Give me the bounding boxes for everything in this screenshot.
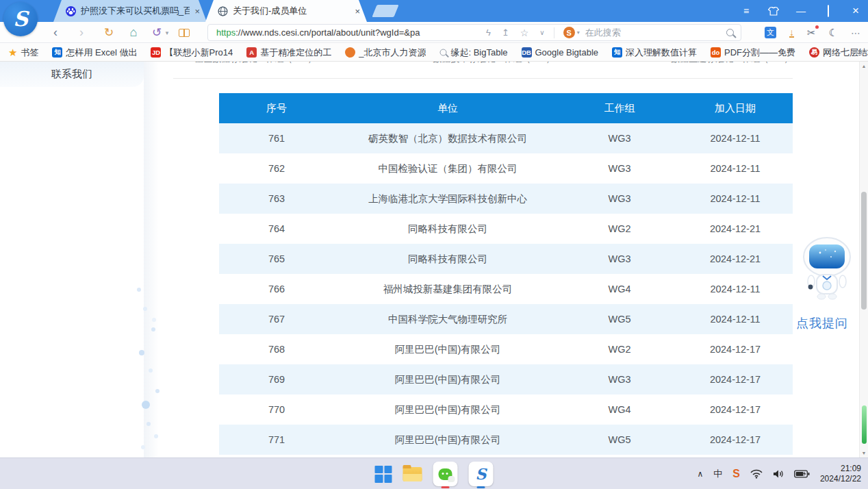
search-icon[interactable] [726,29,734,36]
tray-date: 2024/12/22 [820,474,861,484]
lightning-icon[interactable]: ϟ [486,27,491,38]
workgroup-link[interactable]: WG5数据技术标准化工作组（269） [413,62,554,65]
tab-close-icon[interactable]: × [355,6,360,16]
assistant-robot-mascot[interactable] [800,236,854,305]
sogou-browser-logo[interactable]: S [3,2,38,36]
table-row: 769阿里巴巴(中国)有限公司WG32024-12-17 [219,364,793,394]
unit-name: 砺英数智（北京）数据技术有限公司 [334,123,561,153]
table-row: 768阿里巴巴(中国)有限公司WG22024-12-17 [219,334,793,364]
join-date: 2024-12-11 [678,184,793,214]
tray-time: 21:09 [841,464,861,473]
tray-clock[interactable]: 21:09 2024/12/22 [820,464,861,484]
row-index: 770 [219,394,334,425]
scroll-down-icon[interactable]: ▼ [860,451,868,455]
wechat-button[interactable] [433,458,458,489]
favorite-star-icon[interactable]: ☆ [520,27,529,38]
a-site-icon: A [246,47,257,58]
search-hint[interactable]: 在此搜索 [585,27,621,39]
menu-icon[interactable]: ≡ [741,5,752,16]
sidebar-item-contact-us[interactable]: 联系我们 [0,62,144,87]
unit-name: 福州城投新基建集团有限公司 [334,274,561,304]
page-scrollbar[interactable]: ▲ ▼ [859,62,868,457]
table-row: 763上海临港北京大学国际科技创新中心WG32024-12-11 [219,184,793,214]
new-tab-button[interactable] [372,5,398,17]
unit-name: 阿里巴巴(中国)有限公司 [334,394,561,425]
folder-icon [403,467,422,481]
bookmarks-overflow-icon[interactable]: » [857,46,863,57]
workgroup-link[interactable]: WG6数据主题标准化工作组（247） [651,62,793,65]
jd-icon: JD [151,47,161,58]
url-text[interactable]: https://www.nds.cesi.cn/portal/about/uni… [216,27,475,38]
decorative-dots [137,288,141,292]
wifi-icon[interactable] [750,469,763,479]
bookmark-item[interactable]: A基于精准定位的工 [246,47,331,59]
sogou-search-icon[interactable]: S [563,27,575,38]
file-explorer-button[interactable] [403,458,422,489]
scroll-up-icon[interactable]: ▲ [860,64,868,68]
tray-chevron-up-icon[interactable]: ∧ [697,469,703,479]
minimize-icon[interactable]: — [795,5,806,16]
workgroup: WG3 [561,123,678,153]
battery-charging-icon[interactable] [794,470,810,478]
start-button[interactable] [375,458,392,489]
workgroup: WG3 [561,153,678,184]
content-divider [173,78,793,79]
bookmark-item[interactable]: 知深入理解数值计算 [612,47,697,59]
home-icon[interactable]: ⌂ [125,22,142,43]
unit-name: 阿里巴巴(中国)有限公司 [334,425,561,455]
windows-taskbar: S ∧ 中 S 21:09 2024/12/22 [0,457,868,489]
close-window-icon[interactable]: × [850,4,861,18]
reader-mode-icon[interactable] [175,22,193,43]
bookmark-item[interactable]: 缘起: BigTable [439,47,507,59]
bookmark-item[interactable]: DBGoogle Bigtable [522,47,599,58]
translate-icon[interactable]: 文 [765,27,776,38]
workgroup-link[interactable]: WG4全国数据标准化工作组（309） [175,62,316,65]
col-header-index: 序号 [219,93,334,123]
col-header-join-date: 加入日期 [678,93,793,123]
restore-icon[interactable] [823,5,834,16]
download-icon[interactable]: ↓ [789,28,794,38]
speaker-icon[interactable] [773,469,784,479]
share-icon[interactable]: ↥ [502,27,509,38]
tab-members-active[interactable]: 关于我们-成员单位 × [205,0,367,22]
join-date: 2024-12-17 [678,425,793,455]
unit-name: 同略科技有限公司 [334,214,561,244]
search-engine-caret-icon[interactable]: ▾ [577,29,580,36]
dropdown-chevron-icon[interactable]: ∨ [539,29,544,36]
workgroup: WG5 [561,304,678,334]
sogou-tray-icon[interactable]: S [732,468,740,480]
tab-close-icon[interactable]: × [194,6,200,16]
tab-baidu-flight[interactable]: 护照没下来可以买机票吗_百度 × [53,0,207,22]
scrollbar-thumb[interactable] [861,192,867,310]
ask-me-label[interactable]: 点我提问 [788,315,856,331]
star-icon: ★ [8,47,17,58]
bookmark-item[interactable]: JD【联想小新Pro14 [151,47,233,59]
bird-icon [345,47,355,58]
bookmark-item[interactable]: 知怎样用 Excel 做出 [52,47,137,59]
bookmark-label: _北京市人力资源 [359,47,426,59]
unit-name: 中国科学院大气物理研究所 [334,304,561,334]
bookmark-label: 缘起: BigTable [450,47,507,59]
night-mode-icon[interactable]: ☾ [829,27,838,39]
more-icon[interactable]: ⋯ [851,27,861,38]
join-date: 2024-12-11 [678,123,793,153]
skin-shirt-icon[interactable] [768,7,779,16]
bookmark-label: 【联想小新Pro14 [164,47,233,59]
ime-indicator[interactable]: 中 [713,468,722,480]
sogou-icon: S [476,466,487,481]
join-date: 2024-12-17 [678,394,793,425]
browser-titlebar: 护照没下来可以买机票吗_百度 × 关于我们-成员单位 × ≡ — × [0,0,868,22]
bookmark-item[interactable]: ★书签 [8,47,38,59]
join-date: 2024-12-11 [678,304,793,334]
screenshot-scissors-icon[interactable]: ✂ [807,27,816,39]
back-icon[interactable]: ‹ [47,22,64,43]
web-page: WG4全国数据标准化工作组（309） WG5数据技术标准化工作组（269） WG… [0,62,859,457]
refresh-icon[interactable]: ↻ [100,22,118,43]
unit-name: 阿里巴巴(中国)有限公司 [334,334,561,364]
address-bar[interactable]: https://www.nds.cesi.cn/portal/about/uni… [207,24,741,41]
bookmark-item[interactable]: doPDF分割——免费 [711,47,795,59]
forward-icon[interactable]: › [73,22,90,43]
bookmark-item[interactable]: _北京市人力资源 [345,47,426,59]
sogou-browser-button[interactable]: S [469,458,494,489]
undo-caret-icon[interactable]: ▾ [163,22,171,43]
